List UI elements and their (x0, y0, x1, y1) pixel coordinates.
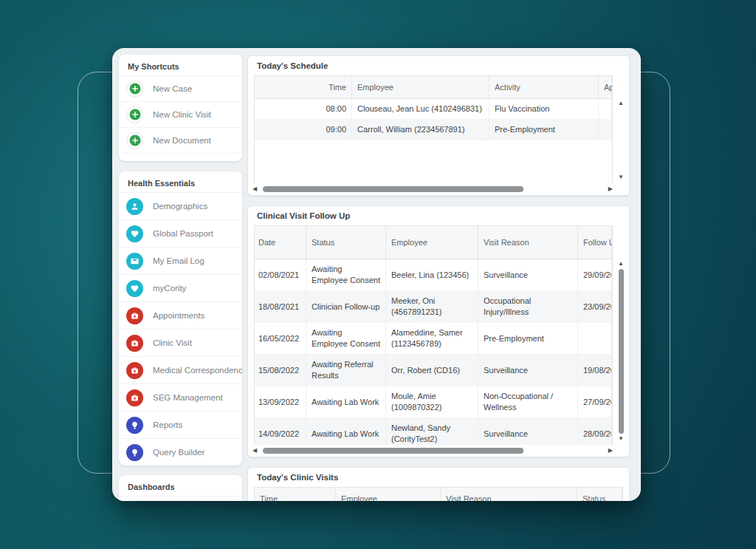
table-cell: 23/09/202 (578, 291, 612, 322)
table-cell: Surveillance (478, 418, 578, 445)
column-header-employee[interactable]: Employee (336, 488, 441, 501)
dashboard-item-health-essentials[interactable]: Health Essentials (119, 496, 242, 501)
sidebar-item-label: Appointments (153, 311, 205, 320)
sidebar-item-seg-management[interactable]: SEG Management (119, 383, 242, 411)
shortcut-new-clinic-visit[interactable]: New Clinic Visit (119, 101, 242, 127)
column-header-time[interactable]: Time (255, 488, 336, 501)
column-header-date[interactable]: Date (255, 226, 306, 259)
lightbulb-icon (126, 444, 143, 461)
column-header-visit-reason[interactable]: Visit Reason (441, 488, 577, 501)
table-cell (599, 120, 612, 140)
todays-clinic-visits-table: TimeEmployeeVisit ReasonStatus (254, 487, 623, 501)
scrollbar-track[interactable] (261, 186, 604, 192)
my-shortcuts-panel: My Shortcuts New CaseNew Clinic VisitNew… (119, 55, 242, 161)
table-cell: Pre-Employment (478, 323, 578, 354)
panel-title: Clinical Visit Follow Up (248, 206, 629, 225)
column-header-activity[interactable]: Activity (489, 76, 599, 98)
table-cell: Occupational Injury/Illness (478, 291, 578, 322)
column-header-status[interactable]: Status (577, 488, 622, 501)
email-icon (126, 253, 143, 270)
table-cell: Clinician Follow-up (306, 291, 386, 322)
sidebar-item-label: Demographics (153, 202, 207, 211)
lightbulb-icon (126, 417, 143, 434)
plus-circle-icon (126, 106, 143, 123)
sidebar-item-clinic-visit[interactable]: Clinic Visit (119, 329, 242, 356)
sidebar-item-my-email-log[interactable]: My Email Log (119, 247, 242, 274)
sidebar-item-label: Query Builder (153, 448, 205, 457)
table-cell: Awaiting Lab Work (306, 386, 386, 417)
sidebar: My Shortcuts New CaseNew Clinic VisitNew… (119, 55, 242, 494)
scrollbar-thumb[interactable] (263, 448, 523, 454)
table-row[interactable]: 18/08/2021Clinician Follow-upMeeker, Oni… (255, 291, 612, 323)
table-cell: Awaiting Referral Results (306, 355, 386, 386)
shortcut-new-case[interactable]: New Case (119, 75, 242, 101)
horizontal-scrollbar[interactable]: ◀ ▶ (252, 184, 613, 194)
scroll-right-icon[interactable]: ▶ (608, 185, 613, 193)
scroll-right-icon[interactable]: ▶ (608, 447, 613, 454)
todays-schedule-table: TimeEmployeeActivityAp 08:00Clouseau, Je… (254, 75, 613, 183)
vertical-scrollbar[interactable]: ▲ ▼ (615, 261, 627, 442)
table-cell (599, 99, 612, 119)
sidebar-item-demographics[interactable]: Demographics (119, 192, 242, 219)
table-cell: Newland, Sandy (CorityTest2) (386, 418, 478, 445)
table-cell: Moule, Amie (1009870322) (386, 386, 478, 417)
sidebar-item-label: Reports (153, 420, 182, 429)
health-essentials-panel: Health Essentials DemographicsGlobal Pas… (119, 171, 242, 466)
shortcut-new-document[interactable]: New Document (119, 127, 242, 153)
scroll-left-icon[interactable]: ◀ (252, 185, 257, 193)
dashboards-panel: Dashboards Health Essentials (119, 475, 242, 501)
scroll-down-icon[interactable]: ▼ (618, 436, 624, 442)
table-row[interactable]: 13/09/2022Awaiting Lab WorkMoule, Amie (… (255, 386, 612, 418)
table-cell: Orr, Robert (CD16) (386, 355, 478, 386)
table-row[interactable]: 09:00Carroll, William (2234567891)Pre-Em… (255, 120, 612, 140)
scrollbar-thumb[interactable] (263, 186, 523, 192)
sidebar-item-medical-correspondence[interactable]: Medical Correspondence (119, 356, 242, 383)
column-header-visit-reason[interactable]: Visit Reason (478, 226, 578, 259)
sidebar-item-global-passport[interactable]: Global Passport (119, 219, 242, 247)
scrollbar-thumb[interactable] (619, 269, 624, 434)
column-header-employee[interactable]: Employee (386, 226, 478, 259)
table-cell: 15/08/2022 (255, 355, 306, 386)
table-cell: 02/08/2021 (255, 259, 306, 290)
scroll-up-icon[interactable]: ▲ (618, 100, 624, 106)
table-row[interactable]: 08:00Clouseau, Jean Luc (4102496831)Flu … (255, 99, 612, 120)
column-header-time[interactable]: Time (255, 76, 352, 98)
table-row[interactable]: 14/09/2022Awaiting Lab WorkNewland, Sand… (255, 418, 612, 445)
table-cell: Clouseau, Jean Luc (4102496831) (352, 99, 489, 119)
sidebar-item-label: myCority (153, 284, 186, 293)
table-row[interactable]: 15/08/2022Awaiting Referral ResultsOrr, … (255, 355, 612, 386)
vertical-scrollbar[interactable]: ▲ ▼ (615, 100, 627, 180)
column-header-follow-up-date[interactable]: Follow Up Date (578, 226, 612, 259)
horizontal-scrollbar[interactable]: ◀ ▶ (252, 446, 613, 455)
column-header-employee[interactable]: Employee (352, 76, 489, 98)
plus-circle-icon (126, 132, 143, 149)
sidebar-item-label: Medical Correspondence (153, 366, 242, 375)
table-cell: Meeker, Oni (4567891231) (386, 291, 478, 322)
table-cell: Surveillance (478, 355, 578, 386)
column-header-ap[interactable]: Ap (599, 76, 612, 98)
sidebar-item-query-builder[interactable]: Query Builder (119, 438, 242, 466)
sidebar-item-label: New Document (153, 136, 211, 145)
table-row[interactable]: 02/08/2021Awaiting Employee ConsentBeele… (255, 259, 612, 291)
sidebar-item-mycority[interactable]: myCority (119, 274, 242, 301)
table-cell: 19/08/202 (578, 355, 612, 386)
table-cell: 29/09/202 (578, 259, 612, 290)
table-row[interactable]: 16/05/2022Awaiting Employee ConsentAlame… (255, 323, 612, 355)
scroll-up-icon[interactable]: ▲ (618, 261, 624, 267)
table-cell (578, 323, 612, 354)
table-cell: Flu Vaccination (489, 99, 599, 119)
sidebar-item-reports[interactable]: Reports (119, 411, 242, 438)
scrollbar-track[interactable] (261, 448, 604, 454)
table-cell: 16/05/2022 (255, 323, 306, 354)
plus-circle-icon (126, 81, 143, 98)
table-cell: Carroll, William (2234567891) (352, 120, 489, 140)
sidebar-item-label: New Clinic Visit (153, 110, 211, 119)
panel-title: Today's Schedule (248, 56, 629, 75)
table-cell: 08:00 (255, 99, 352, 119)
scroll-left-icon[interactable]: ◀ (252, 447, 257, 454)
table-header-row: DateStatusEmployeeVisit ReasonFollow Up … (255, 226, 612, 259)
scroll-down-icon[interactable]: ▼ (618, 174, 624, 180)
health-essentials-title: Health Essentials (119, 171, 242, 192)
column-header-status[interactable]: Status (306, 226, 386, 259)
sidebar-item-appointments[interactable]: Appointments (119, 301, 242, 329)
